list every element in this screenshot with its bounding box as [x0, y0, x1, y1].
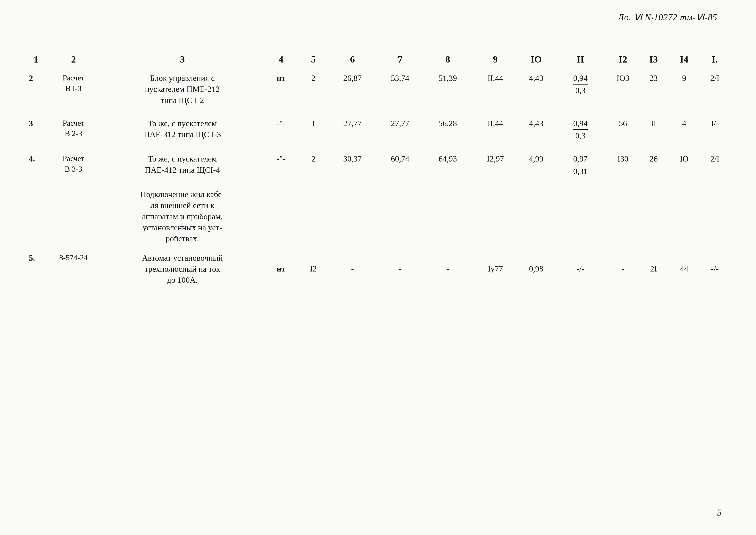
document-reference: Ло. Ⅵ №10272 тм-Ⅵ-85	[618, 12, 717, 22]
row4-col4: -"-	[264, 145, 298, 180]
col-header-7: 7	[376, 52, 424, 69]
row2-col11: 0,94 0,3	[553, 69, 608, 109]
row4-col7: 60,74	[376, 145, 424, 180]
col-header-9: 9	[472, 52, 519, 69]
row3-col13: II	[638, 109, 669, 145]
row3-col8: 56,28	[424, 109, 472, 145]
note-ref	[46, 180, 101, 246]
row2-col14: 9	[669, 69, 700, 109]
col-header-8: 8	[424, 52, 472, 69]
row2-col6: 26,87	[329, 69, 376, 109]
row3-desc: То же, с пускателемПАЕ-312 типа ЩС I-3	[101, 109, 264, 145]
col-header-1: 1	[26, 52, 46, 69]
row4-col8: 64,93	[424, 145, 472, 180]
row3-col12: 56	[608, 109, 638, 145]
row2-col10: 4,43	[519, 69, 553, 109]
row2-col4: нт	[264, 69, 298, 109]
row3-col11: 0,94 0,3	[553, 109, 608, 145]
row5-col10: 0,98	[519, 246, 553, 289]
table-row: 4. РасчетВ 3-З То же, с пускателемПАЕ-41…	[26, 145, 730, 180]
row5-num: 5.	[26, 246, 46, 289]
row4-col11: 0,97 0,31	[553, 145, 608, 180]
note-empty	[264, 180, 730, 246]
row5-ref: 8-574-24	[46, 246, 101, 289]
row5-col11: -/-	[553, 246, 608, 289]
row3-col5: I	[298, 109, 329, 145]
row3-col9: II,44	[472, 109, 519, 145]
table-row-note: Подключение жил кабе-ля внешней сети кап…	[26, 180, 730, 246]
col-header-2: 2	[46, 52, 101, 69]
col-header-13: I3	[638, 52, 669, 69]
row4-col10: 4,99	[519, 145, 553, 180]
row4-col5: 2	[298, 145, 329, 180]
col-header-3: 3	[101, 52, 264, 69]
table-row: 3 РасчетВ 2-З То же, с пускателемПАЕ-312…	[26, 109, 730, 145]
table-header-row: 1 2 3 4 5 6 7 8 9 IO II I2 I3 I4 I.	[26, 52, 730, 69]
row4-num: 4.	[26, 145, 46, 180]
row4-col13: 26	[638, 145, 669, 180]
row3-ref: РасчетВ 2-З	[46, 109, 101, 145]
row5-col5: I2	[298, 246, 329, 289]
row4-desc: То же, с пускателемПАЕ-412 типа ЩСI-4	[101, 145, 264, 180]
row5-col8: -	[424, 246, 472, 289]
row2-col5: 2	[298, 69, 329, 109]
col-header-4: 4	[264, 52, 298, 69]
row4-col9: I2,97	[472, 145, 519, 180]
row3-col6: 27,77	[329, 109, 376, 145]
row2-col7: 53,74	[376, 69, 424, 109]
row5-col13: 2I	[638, 246, 669, 289]
row2-ref: РасчетВ I-З	[46, 69, 101, 109]
row2-col9: II,44	[472, 69, 519, 109]
row2-col8: 51,39	[424, 69, 472, 109]
row5-col15: -/-	[700, 246, 730, 289]
row3-col7: 27,77	[376, 109, 424, 145]
main-table: 1 2 3 4 5 6 7 8 9 IO II I2 I3 I4 I. 2 Ра…	[26, 52, 730, 289]
row4-col6: 30,37	[329, 145, 376, 180]
row5-col4: нт	[264, 246, 298, 289]
row2-num: 2	[26, 69, 46, 109]
row5-col7: -	[376, 246, 424, 289]
col-header-15: I.	[700, 52, 730, 69]
col-header-5: 5	[298, 52, 329, 69]
row2-desc: Блок управления спускателем ПМЕ-212типа …	[101, 69, 264, 109]
col-header-14: I4	[669, 52, 700, 69]
row4-col14: IO	[669, 145, 700, 180]
row5-col6: -	[329, 246, 376, 289]
row3-col10: 4,43	[519, 109, 553, 145]
col-header-11: II	[553, 52, 608, 69]
col-header-10: IO	[519, 52, 553, 69]
row2-col13: 23	[638, 69, 669, 109]
row2-col15: 2/I	[700, 69, 730, 109]
row5-desc: Автомат установочныйтрехполюсный на токд…	[101, 246, 264, 289]
row3-col14: 4	[669, 109, 700, 145]
row5-col14: 44	[669, 246, 700, 289]
page-number: 5	[717, 507, 721, 518]
page: Ло. Ⅵ №10272 тм-Ⅵ-85 1 2 3 4	[0, 0, 756, 535]
row3-num: 3	[26, 109, 46, 145]
row2-col12: IO3	[608, 69, 638, 109]
col-header-6: 6	[329, 52, 376, 69]
row4-ref: РасчетВ 3-З	[46, 145, 101, 180]
row4-col12: I30	[608, 145, 638, 180]
table-row: 5. 8-574-24 Автомат установочныйтрехполю…	[26, 246, 730, 289]
row4-col15: 2/I	[700, 145, 730, 180]
row5-col9: Iу77	[472, 246, 519, 289]
row5-col12: -	[608, 246, 638, 289]
col-header-12: I2	[608, 52, 638, 69]
note-desc: Подключение жил кабе-ля внешней сети кап…	[101, 180, 264, 246]
table-row: 2 РасчетВ I-З Блок управления спускателе…	[26, 69, 730, 109]
row3-col4: -"-	[264, 109, 298, 145]
row3-col15: I/-	[700, 109, 730, 145]
note-num	[26, 180, 46, 246]
